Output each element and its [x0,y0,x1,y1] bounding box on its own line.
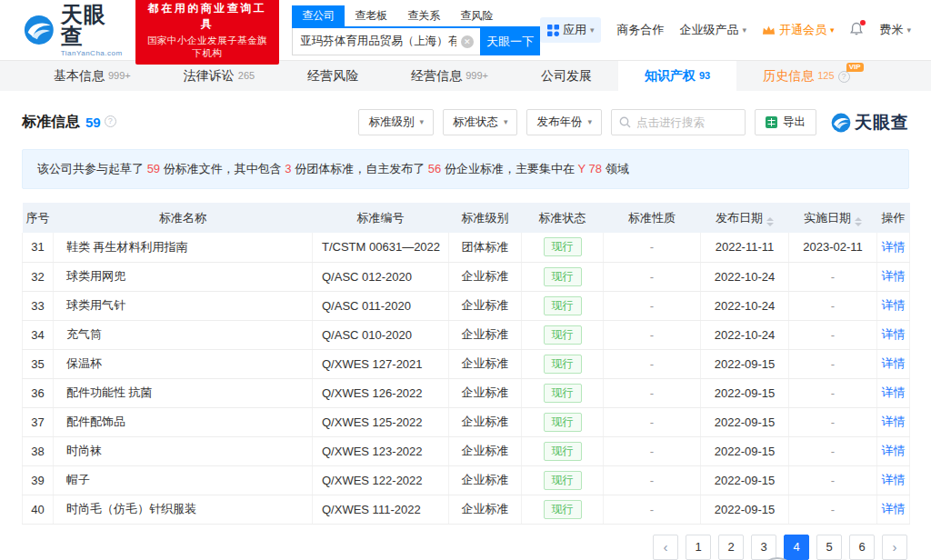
empty-value: - [650,445,654,458]
nav-tab-operating-risk[interactable]: 经营风险 [281,61,385,91]
cell-code: Q/XWES 126-2022 [313,378,449,407]
cell-impl: - [789,320,877,349]
cell-action: 详情 [877,262,910,291]
empty-value: - [650,503,654,516]
nav-tab-development[interactable]: 公司发展 [515,61,618,91]
empty-value: - [650,474,654,487]
cell-pub: 2022-09-15 [701,407,789,436]
empty-value: - [650,240,654,254]
table-row: 32球类用网兜Q/ASC 012-2020企业标准现行-2022-10-24-详… [23,262,910,291]
cell-status: 现行 [522,349,604,378]
column-header: 标准名称 [54,203,313,233]
filter-dropdown-level[interactable]: 标准级别▾ [358,109,434,135]
table-search-box[interactable] [611,109,746,135]
nav-tab-count: 999+ [466,70,488,81]
enterprise-products-menu[interactable]: 企业级产品 ▾ [679,22,746,38]
notifications-button[interactable] [849,22,864,39]
cell-impl: - [789,495,877,524]
cell-code: Q/ASC 011-2020 [313,291,449,320]
search-tab-risk[interactable]: 查风险 [450,5,503,26]
cell-nature: - [604,495,701,524]
filter-dropdown-year[interactable]: 发布年份▾ [526,109,602,135]
detail-link[interactable]: 详情 [882,415,906,428]
page-button-5[interactable]: 5 [816,535,842,560]
search-tab-relation[interactable]: 查关系 [397,5,450,26]
status-badge: 现行 [544,355,582,374]
nav-tab-ip[interactable]: 知识产权93 [618,61,736,91]
filter-buttons: 标准级别▾标准状态▾发布年份▾ [358,109,602,135]
empty-value: - [650,328,654,342]
status-badge: 现行 [544,325,582,345]
page-button-6[interactable]: 6 [849,535,875,560]
page-button-2[interactable]: 2 [718,535,744,560]
filter-dropdown-status[interactable]: 标准状态▾ [443,109,518,135]
table-row: 38时尚袜Q/XWES 123-2022企业标准现行-2022-09-15-详情 [23,436,910,465]
table-header-row: 序号标准名称标准编号标准级别标准状态标准性质发布日期实施日期操作 [23,203,910,233]
main-content: 标准信息 59 ? 标准级别▾标准状态▾发布年份▾ 导出 [0,109,931,560]
nav-tab-history[interactable]: 历史信息125?VIP [736,61,876,91]
standards-table: 序号标准名称标准编号标准级别标准状态标准性质发布日期实施日期操作 31鞋类 再生… [22,203,910,525]
promo-banner: 都在用的商业查询工具 国家中小企业发展子基金旗下机构 [135,0,279,65]
table-row: 36配件功能性 抗菌Q/XWES 126-2022企业标准现行-2022-09-… [23,378,910,407]
summary-text: 份团体标准，自主发布了 [292,162,428,175]
user-menu[interactable]: 费米 ▾ [879,22,911,38]
cell-level: 企业标准 [449,291,522,320]
detail-link[interactable]: 详情 [882,269,906,283]
cell-level: 企业标准 [449,262,522,291]
cell-level: 企业标准 [449,378,522,407]
cell-code: Q/ASC 012-2020 [313,262,449,291]
filter-label: 发布年份 [536,110,582,135]
search-tab-company[interactable]: 查公司 [292,5,345,26]
username-label: 费米 [879,22,903,38]
sort-icon[interactable] [855,217,862,226]
empty-value: - [831,386,835,400]
export-button[interactable]: 导出 [755,109,816,135]
prev-page-button[interactable]: ‹ [653,535,678,560]
question-circle-icon[interactable]: ? [105,115,116,127]
site-logo[interactable]: 天眼查 TianYanCha.com [24,4,125,57]
page-button-3[interactable]: 3 [751,535,776,560]
detail-link[interactable]: 详情 [882,473,906,486]
table-search-input[interactable] [636,116,737,129]
status-badge: 现行 [544,237,582,256]
cell-no: 35 [23,349,54,378]
cell-nature: - [604,320,701,349]
nav-tab-legal[interactable]: 法律诉讼265 [157,61,281,91]
page-button-1[interactable]: 1 [686,535,711,560]
search-submit-button[interactable]: 天眼一下 [480,28,540,55]
empty-value: - [650,357,654,371]
table-row: 33球类用气针Q/ASC 011-2020企业标准现行-2022-10-24-详… [23,291,910,320]
detail-link[interactable]: 详情 [882,327,906,341]
next-page-button[interactable]: › [882,535,907,560]
detail-link[interactable]: 详情 [882,356,906,370]
cell-status: 现行 [522,407,604,436]
summary-text: 领域 [602,162,629,175]
detail-link[interactable]: 详情 [882,502,906,515]
cell-status: 现行 [522,291,604,320]
cooperation-link[interactable]: 商务合作 [616,22,664,38]
table-row: 39帽子Q/XWES 122-2022企业标准现行-2022-09-15-详情 [23,465,910,495]
nav-tab-label: 知识产权 [645,68,696,83]
cell-pub: 2022-10-24 [701,262,789,291]
search-tab-boss[interactable]: 查老板 [345,5,397,26]
page-button-4[interactable]: 4 [784,535,809,560]
cell-level: 企业标准 [449,349,522,378]
detail-link[interactable]: 详情 [882,385,906,399]
detail-link[interactable]: 详情 [882,298,906,312]
detail-link[interactable]: 详情 [882,444,906,457]
cell-impl: - [789,378,877,407]
nav-tab-basic-info[interactable]: 基本信息999+ [27,61,157,91]
cell-name: 时尚毛（仿毛）针织服装 [54,495,313,524]
company-search-input[interactable] [292,28,480,55]
app-grid-icon [547,25,559,36]
cell-name: 帽子 [54,465,313,495]
cell-name: 保温杯 [54,349,313,378]
nav-tab-operating-info[interactable]: 经营信息999+ [385,61,515,91]
chevron-down-icon: ▾ [419,110,424,135]
sort-icon[interactable] [766,217,774,226]
clear-circle-icon[interactable]: ✕ [461,35,474,48]
apps-menu[interactable]: 应用 ▾ [540,17,602,43]
open-vip-menu[interactable]: 开通会员 ▾ [762,22,835,38]
cell-impl: - [789,436,877,465]
detail-link[interactable]: 详情 [882,240,906,254]
